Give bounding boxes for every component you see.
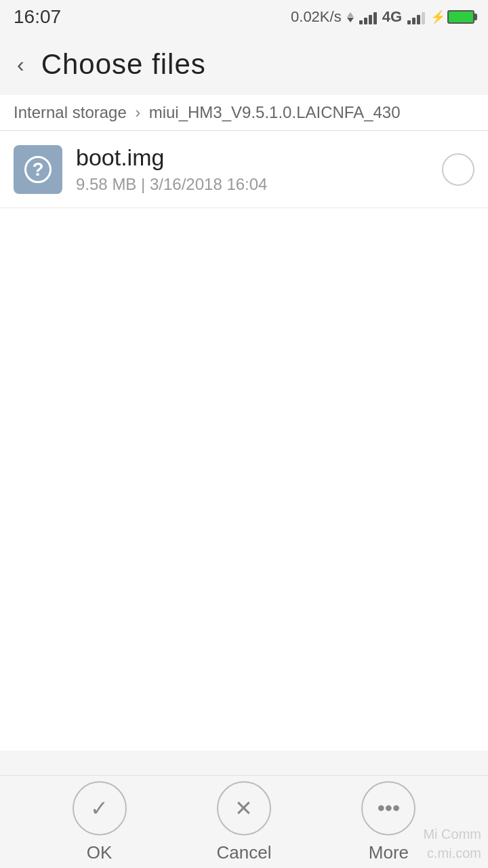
file-meta-separator: | bbox=[141, 175, 145, 193]
network-type: 4G bbox=[382, 8, 402, 26]
file-name: boot.img bbox=[76, 144, 442, 171]
status-bar: 16:07 0.02K/s 4G ⚡ bbox=[0, 0, 488, 34]
more-action[interactable]: ••• More bbox=[361, 781, 415, 863]
cancel-label: Cancel bbox=[217, 842, 272, 863]
close-icon: ✕ bbox=[235, 795, 253, 821]
back-button[interactable]: ‹ bbox=[14, 49, 28, 81]
watermark: Mi Comm c.mi.com bbox=[423, 825, 481, 863]
more-dots-icon: ••• bbox=[378, 795, 401, 821]
bottom-action-bar: ✓ OK ✕ Cancel ••• More bbox=[0, 775, 488, 868]
data-arrows-icon bbox=[347, 12, 354, 22]
battery-icon bbox=[447, 10, 474, 24]
file-meta: 9.58 MB | 3/16/2018 16:04 bbox=[76, 175, 442, 194]
breadcrumb-root[interactable]: Internal storage bbox=[14, 103, 127, 121]
file-date: 3/16/2018 16:04 bbox=[150, 175, 268, 193]
top-bar: ‹ Choose files bbox=[0, 34, 488, 95]
more-label: More bbox=[369, 842, 409, 863]
list-item[interactable]: ? boot.img 9.58 MB | 3/16/2018 16:04 bbox=[0, 131, 488, 208]
file-select-circle[interactable] bbox=[442, 153, 474, 186]
status-time: 16:07 bbox=[14, 6, 61, 28]
cancel-circle[interactable]: ✕ bbox=[217, 781, 271, 835]
checkmark-icon: ✓ bbox=[90, 795, 108, 821]
breadcrumb-separator: › bbox=[135, 103, 140, 121]
network-speed: 0.02K/s bbox=[291, 8, 342, 26]
unknown-file-icon: ? bbox=[24, 156, 52, 183]
signal-bars-icon bbox=[359, 9, 377, 24]
page-title: Choose files bbox=[41, 48, 206, 81]
signal-bars-2-icon bbox=[407, 9, 425, 24]
breadcrumb: Internal storage › miui_HM3_V9.5.1.0.LAI… bbox=[0, 95, 488, 131]
cancel-action[interactable]: ✕ Cancel bbox=[217, 781, 272, 863]
watermark-line1: Mi Comm bbox=[423, 825, 481, 844]
watermark-line2: c.mi.com bbox=[423, 844, 481, 863]
empty-content-area bbox=[0, 208, 488, 751]
file-type-icon: ? bbox=[14, 145, 62, 194]
ok-action[interactable]: ✓ OK bbox=[73, 781, 127, 863]
ok-label: OK bbox=[87, 842, 113, 863]
status-right: 0.02K/s 4G ⚡ bbox=[291, 8, 474, 26]
file-size: 9.58 MB bbox=[76, 175, 136, 193]
file-info: boot.img 9.58 MB | 3/16/2018 16:04 bbox=[76, 144, 442, 194]
file-list: ? boot.img 9.58 MB | 3/16/2018 16:04 bbox=[0, 131, 488, 208]
battery-container: ⚡ bbox=[430, 9, 474, 24]
charging-icon: ⚡ bbox=[430, 9, 445, 24]
breadcrumb-folder[interactable]: miui_HM3_V9.5.1.0.LAICNFA_430 bbox=[149, 103, 401, 121]
ok-circle[interactable]: ✓ bbox=[73, 781, 127, 835]
more-circle[interactable]: ••• bbox=[361, 781, 415, 835]
